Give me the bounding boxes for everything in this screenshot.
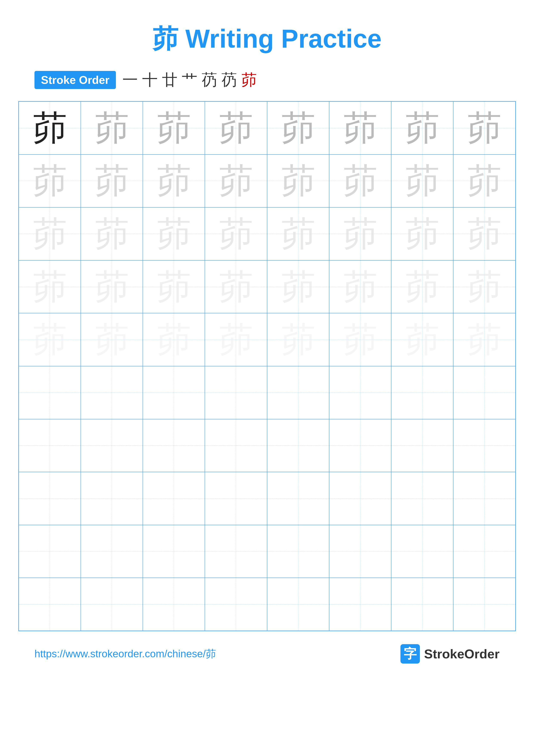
char-guide: 茆 <box>405 322 440 357</box>
grid-cell-r7c8[interactable] <box>453 419 515 472</box>
grid-cell-r6c4[interactable] <box>205 366 267 419</box>
grid-cell-r6c5[interactable] <box>267 366 329 419</box>
grid-cell-r7c3[interactable] <box>143 419 205 472</box>
grid-cell-r9c7[interactable] <box>391 525 453 578</box>
grid-cell-r2c7[interactable]: 茆 <box>391 154 453 207</box>
stroke-5: 芿 <box>202 69 217 90</box>
grid-cell-r3c8[interactable]: 茆 <box>453 207 515 260</box>
grid-cell-r5c6[interactable]: 茆 <box>329 313 391 366</box>
grid-cell-r7c7[interactable] <box>391 419 453 472</box>
grid-cell-r8c1[interactable] <box>19 472 81 525</box>
footer-url[interactable]: https://www.strokeorder.com/chinese/茆 <box>35 647 216 661</box>
grid-cell-r3c6[interactable]: 茆 <box>329 207 391 260</box>
stroke-order-row: Stroke Order 一 十 廿 艹 芿 芿 茆 <box>35 69 517 90</box>
grid-cell-r10c1[interactable] <box>19 578 81 631</box>
grid-cell-r3c5[interactable]: 茆 <box>267 207 329 260</box>
grid-cell-r5c2[interactable]: 茆 <box>81 313 143 366</box>
grid-cell-r1c1[interactable]: 茆 <box>19 101 81 154</box>
grid-cell-r10c8[interactable] <box>453 578 515 631</box>
grid-cell-r3c7[interactable]: 茆 <box>391 207 453 260</box>
grid-cell-r2c4[interactable]: 茆 <box>205 154 267 207</box>
grid-cell-r6c6[interactable] <box>329 366 391 419</box>
char-guide: 茆 <box>94 111 129 145</box>
grid-cell-r9c4[interactable] <box>205 525 267 578</box>
grid-cell-r1c2[interactable]: 茆 <box>81 101 143 154</box>
char-guide: 茆 <box>94 217 129 251</box>
grid-cell-r9c3[interactable] <box>143 525 205 578</box>
grid-cell-r10c5[interactable] <box>267 578 329 631</box>
grid-cell-r6c1[interactable] <box>19 366 81 419</box>
grid-cell-r1c7[interactable]: 茆 <box>391 101 453 154</box>
grid-cell-r8c5[interactable] <box>267 472 329 525</box>
grid-cell-r10c3[interactable] <box>143 578 205 631</box>
grid-cell-r4c6[interactable]: 茆 <box>329 260 391 313</box>
grid-cell-r4c4[interactable]: 茆 <box>205 260 267 313</box>
grid-cell-r3c2[interactable]: 茆 <box>81 207 143 260</box>
grid-cell-r4c1[interactable]: 茆 <box>19 260 81 313</box>
char-guide: 茆 <box>281 270 315 304</box>
grid-cell-r5c5[interactable]: 茆 <box>267 313 329 366</box>
grid-cell-r2c5[interactable]: 茆 <box>267 154 329 207</box>
char-guide: 茆 <box>219 217 253 251</box>
grid-cell-r8c6[interactable] <box>329 472 391 525</box>
grid-cell-r10c6[interactable] <box>329 578 391 631</box>
grid-cell-r10c2[interactable] <box>81 578 143 631</box>
grid-cell-r4c3[interactable]: 茆 <box>143 260 205 313</box>
grid-cell-r7c4[interactable] <box>205 419 267 472</box>
grid-cell-r3c4[interactable]: 茆 <box>205 207 267 260</box>
grid-cell-r9c6[interactable] <box>329 525 391 578</box>
grid-cell-r6c3[interactable] <box>143 366 205 419</box>
grid-cell-r6c7[interactable] <box>391 366 453 419</box>
grid-cell-r7c1[interactable] <box>19 419 81 472</box>
grid-cell-r7c6[interactable] <box>329 419 391 472</box>
grid-cell-r9c1[interactable] <box>19 525 81 578</box>
char-guide: 茆 <box>157 111 191 145</box>
grid-cell-r9c5[interactable] <box>267 525 329 578</box>
grid-cell-r8c2[interactable] <box>81 472 143 525</box>
stroke-1: 一 <box>122 69 138 90</box>
grid-cell-r6c8[interactable] <box>453 366 515 419</box>
grid-cell-r1c8[interactable]: 茆 <box>453 101 515 154</box>
grid-cell-r5c7[interactable]: 茆 <box>391 313 453 366</box>
grid-cell-r1c6[interactable]: 茆 <box>329 101 391 154</box>
grid-cell-r2c3[interactable]: 茆 <box>143 154 205 207</box>
grid-cell-r8c8[interactable] <box>453 472 515 525</box>
grid-cell-r5c3[interactable]: 茆 <box>143 313 205 366</box>
grid-cell-r10c4[interactable] <box>205 578 267 631</box>
grid-cell-r2c1[interactable]: 茆 <box>19 154 81 207</box>
char-guide: 茆 <box>157 270 191 304</box>
grid-cell-r5c8[interactable]: 茆 <box>453 313 515 366</box>
grid-cell-r8c3[interactable] <box>143 472 205 525</box>
char-guide: 茆 <box>343 322 377 357</box>
grid-cell-r4c8[interactable]: 茆 <box>453 260 515 313</box>
grid-cell-r1c3[interactable]: 茆 <box>143 101 205 154</box>
grid-cell-r8c7[interactable] <box>391 472 453 525</box>
grid-cell-r1c4[interactable]: 茆 <box>205 101 267 154</box>
grid-cell-r3c3[interactable]: 茆 <box>143 207 205 260</box>
grid-cell-r5c4[interactable]: 茆 <box>205 313 267 366</box>
grid-cell-r2c8[interactable]: 茆 <box>453 154 515 207</box>
char-guide: 茆 <box>343 111 377 145</box>
grid-cell-r4c7[interactable]: 茆 <box>391 260 453 313</box>
grid-cell-r5c1[interactable]: 茆 <box>19 313 81 366</box>
grid-cell-r4c5[interactable]: 茆 <box>267 260 329 313</box>
grid-cell-r10c7[interactable] <box>391 578 453 631</box>
char-guide: 茆 <box>405 164 440 198</box>
grid-cell-r3c1[interactable]: 茆 <box>19 207 81 260</box>
grid-cell-r8c4[interactable] <box>205 472 267 525</box>
char-guide: 茆 <box>33 322 67 357</box>
grid-cell-r9c8[interactable] <box>453 525 515 578</box>
grid-cell-r9c2[interactable] <box>81 525 143 578</box>
grid-cell-r7c5[interactable] <box>267 419 329 472</box>
grid-cell-r2c2[interactable]: 茆 <box>81 154 143 207</box>
stroke-7-final: 茆 <box>241 69 257 90</box>
grid-cell-r1c5[interactable]: 茆 <box>267 101 329 154</box>
char-guide: 茆 <box>281 217 315 251</box>
grid-cell-r7c2[interactable] <box>81 419 143 472</box>
grid-cell-r4c2[interactable]: 茆 <box>81 260 143 313</box>
grid-cell-r6c2[interactable] <box>81 366 143 419</box>
stroke-4: 艹 <box>182 69 197 90</box>
char-guide: 茆 <box>94 164 129 198</box>
grid-cell-r2c6[interactable]: 茆 <box>329 154 391 207</box>
char-guide: 茆 <box>281 164 315 198</box>
